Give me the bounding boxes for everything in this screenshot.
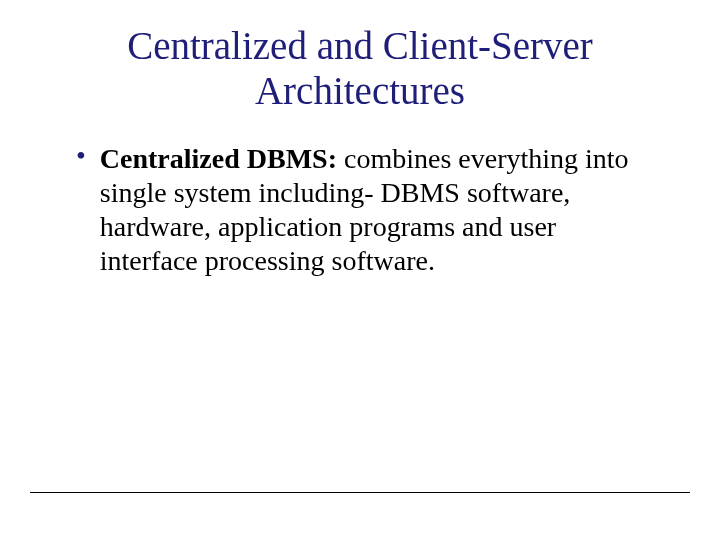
- slide-title: Centralized and Client-Server Architectu…: [56, 24, 664, 114]
- bullet-lead: Centralized DBMS:: [100, 143, 337, 174]
- list-item: • Centralized DBMS: combines everything …: [76, 142, 650, 279]
- horizontal-rule: [30, 492, 690, 493]
- content-area: • Centralized DBMS: combines everything …: [56, 142, 664, 279]
- bullet-icon: •: [76, 140, 86, 172]
- slide: Centralized and Client-Server Architectu…: [0, 0, 720, 540]
- bullet-text: Centralized DBMS: combines everything in…: [100, 142, 650, 279]
